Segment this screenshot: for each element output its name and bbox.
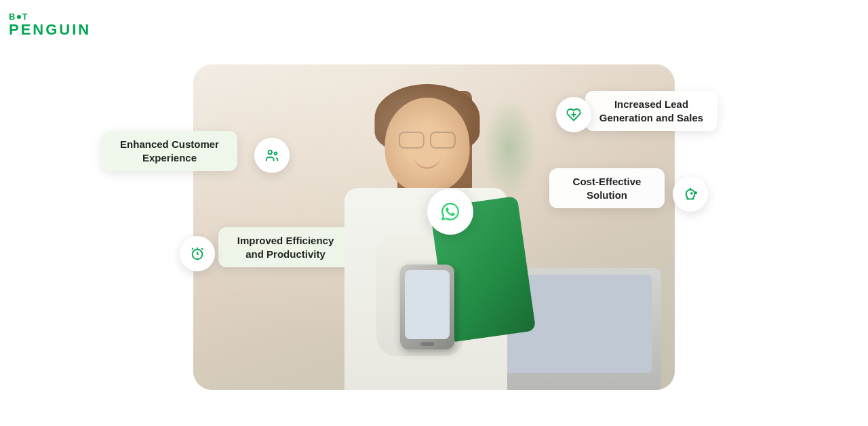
phone <box>400 265 454 349</box>
svg-point-1 <box>275 152 277 155</box>
icon-cost-circle <box>673 176 708 212</box>
logo-bottom-text: PENGUIN <box>9 22 91 38</box>
timer-icon <box>190 246 205 261</box>
label-improved-efficiency: Improved Efficiency and Productivity <box>218 227 353 267</box>
logo-bot-b: B <box>9 12 16 22</box>
label-lead-generation: Increased Lead Generation and Sales <box>585 91 717 131</box>
logo-bot-t: T <box>22 12 28 22</box>
lead-icon <box>566 107 581 122</box>
logo-bot-dot <box>17 15 21 19</box>
icon-lead-circle <box>556 97 591 132</box>
piggy-icon <box>683 187 698 201</box>
logo: BT PENGUIN <box>9 12 91 38</box>
icon-enhanced-circle <box>254 138 290 173</box>
logo-top-text: BT <box>9 12 91 22</box>
icon-improved-circle <box>180 236 215 271</box>
label-cost-effective: Cost-Effective Solution <box>549 168 665 208</box>
label-enhanced-customer: Enhanced Customer Experience <box>102 131 237 171</box>
svg-point-0 <box>269 151 273 155</box>
whatsapp-icon <box>441 203 459 220</box>
phone-screen <box>405 270 450 339</box>
whatsapp-icon-circle <box>427 189 473 235</box>
svg-point-5 <box>691 193 692 194</box>
people-icon <box>264 148 279 163</box>
